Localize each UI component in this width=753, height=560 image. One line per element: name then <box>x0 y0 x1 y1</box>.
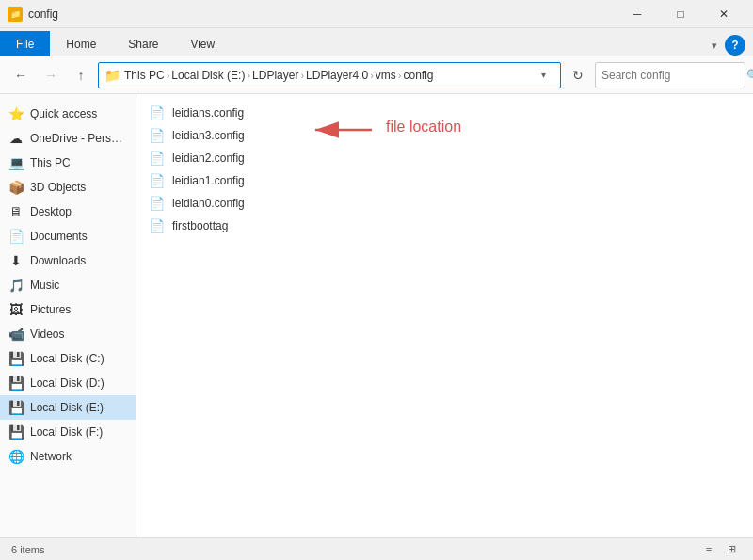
up-button[interactable]: ↑ <box>68 62 94 88</box>
file-item[interactable]: 📄leidians.config <box>136 102 753 124</box>
forward-button[interactable]: → <box>38 62 64 88</box>
downloads-label: Downloads <box>30 254 86 267</box>
local-d-label: Local Disk (D:) <box>30 376 104 390</box>
sidebar-item-videos[interactable]: 📹Videos <box>0 322 136 346</box>
tab-home[interactable]: Home <box>50 31 112 56</box>
downloads-icon: ⬇ <box>8 252 24 269</box>
sidebar-item-music[interactable]: 🎵Music <box>0 273 136 297</box>
minimize-button[interactable]: ─ <box>616 0 659 28</box>
file-item[interactable]: 📄leidian2.config <box>136 147 753 169</box>
videos-label: Videos <box>30 328 64 341</box>
sidebar-item-quick-access[interactable]: ⭐Quick access <box>0 102 136 126</box>
sidebar-item-local-d[interactable]: 💾Local Disk (D:) <box>0 371 136 395</box>
file-item[interactable]: 📄leidian0.config <box>136 192 753 215</box>
local-f-label: Local Disk (F:) <box>30 425 103 439</box>
items-count: 6 items <box>11 544 44 555</box>
sidebar-item-local-e[interactable]: 💾Local Disk (E:) <box>0 395 136 420</box>
pictures-label: Pictures <box>30 303 71 316</box>
documents-icon: 📄 <box>8 228 24 245</box>
this-pc-icon: 💻 <box>8 154 24 171</box>
sidebar-item-3d-objects[interactable]: 📦3D Objects <box>0 175 136 200</box>
crumb-local-e[interactable]: Local Disk (E:) <box>171 69 245 82</box>
sidebar-item-downloads[interactable]: ⬇Downloads <box>0 248 136 273</box>
file-icon: 📄 <box>148 150 165 167</box>
documents-label: Documents <box>30 230 88 243</box>
ribbon-tabs: File Home Share View ▾ ? <box>0 28 753 56</box>
tab-share[interactable]: Share <box>112 31 174 56</box>
onedrive-icon: ☁ <box>8 130 24 147</box>
file-icon: 📄 <box>148 217 165 234</box>
title-bar-left: 📁 config <box>8 7 58 22</box>
sidebar-item-local-c[interactable]: 💾Local Disk (C:) <box>0 346 136 371</box>
main-area: ⭐Quick access☁OneDrive - Personal💻This P… <box>0 94 753 537</box>
ribbon-right: ▾ ? <box>704 35 753 56</box>
sidebar-item-network[interactable]: 🌐Network <box>0 444 136 469</box>
address-folder-icon: 📁 <box>104 68 120 83</box>
desktop-label: Desktop <box>30 205 72 218</box>
file-area: 📄leidians.config📄leidian3.config📄leidian… <box>136 94 753 537</box>
file-icon: 📄 <box>148 172 165 189</box>
sidebar-item-local-f[interactable]: 💾Local Disk (F:) <box>0 420 136 444</box>
crumb-this-pc[interactable]: This PC <box>124 69 165 82</box>
file-item[interactable]: 📄leidian1.config <box>136 169 753 192</box>
toolbar-row: ← → ↑ 📁 This PC › Local Disk (E:) › LDPl… <box>0 56 753 94</box>
3d-objects-icon: 📦 <box>8 179 24 196</box>
videos-icon: 📹 <box>8 326 24 343</box>
sidebar-item-this-pc[interactable]: 💻This PC <box>0 151 136 175</box>
refresh-button[interactable]: ↻ <box>565 62 591 88</box>
help-button[interactable]: ? <box>725 35 745 56</box>
address-dropdown-button[interactable]: ▾ <box>532 64 554 87</box>
file-item[interactable]: 📄leidian3.config <box>136 124 753 147</box>
back-button[interactable]: ← <box>8 62 34 88</box>
sidebar-item-documents[interactable]: 📄Documents <box>0 224 136 248</box>
network-icon: 🌐 <box>8 448 24 465</box>
tiles-view-button[interactable]: ⊞ <box>721 540 742 559</box>
network-label: Network <box>30 450 72 463</box>
local-c-label: Local Disk (C:) <box>30 352 104 365</box>
file-name: leidian0.config <box>172 197 245 210</box>
crumb-ldplayer4[interactable]: LDPlayer4.0 <box>306 69 368 82</box>
file-item[interactable]: 📄firstboottag <box>136 215 753 237</box>
pictures-icon: 🖼 <box>8 301 24 318</box>
crumb-ldplayer[interactable]: LDPlayer <box>252 69 298 82</box>
address-bar[interactable]: 📁 This PC › Local Disk (E:) › LDPlayer ›… <box>98 62 561 88</box>
music-icon: 🎵 <box>8 277 24 294</box>
this-pc-label: This PC <box>30 156 71 169</box>
local-d-icon: 💾 <box>8 375 24 392</box>
tab-file[interactable]: File <box>0 31 50 56</box>
maximize-button[interactable]: □ <box>659 0 702 28</box>
ribbon-expand-icon[interactable]: ▾ <box>712 40 717 52</box>
crumb-vms[interactable]: vms <box>376 69 396 82</box>
file-icon: 📄 <box>148 127 165 144</box>
search-input[interactable] <box>601 69 743 82</box>
desktop-icon: 🖥 <box>8 203 24 220</box>
music-label: Music <box>30 279 59 292</box>
search-box[interactable]: 🔍 <box>595 62 745 88</box>
local-f-icon: 💾 <box>8 424 24 440</box>
tab-view[interactable]: View <box>174 31 231 56</box>
local-e-icon: 💾 <box>8 399 24 416</box>
file-icon: 📄 <box>148 104 165 121</box>
onedrive-label: OneDrive - Personal <box>30 132 128 145</box>
close-button[interactable]: ✕ <box>702 0 745 28</box>
status-bar: 6 items ≡ ⊞ <box>0 537 753 560</box>
file-name: leidian3.config <box>172 129 245 142</box>
sidebar-item-pictures[interactable]: 🖼Pictures <box>0 297 136 322</box>
file-name: leidian2.config <box>172 152 245 165</box>
3d-objects-label: 3D Objects <box>30 181 86 194</box>
address-path: This PC › Local Disk (E:) › LDPlayer › L… <box>124 69 528 82</box>
sidebar-item-desktop[interactable]: 🖥Desktop <box>0 200 136 224</box>
crumb-config[interactable]: config <box>403 69 433 82</box>
local-c-icon: 💾 <box>8 350 24 367</box>
file-name: firstboottag <box>172 219 228 232</box>
file-name: leidian1.config <box>172 174 245 187</box>
details-view-button[interactable]: ≡ <box>698 540 719 559</box>
quick-access-icon: ⭐ <box>8 105 24 122</box>
title-bar: 📁 config ─ □ ✕ <box>0 0 753 28</box>
view-buttons: ≡ ⊞ <box>698 540 742 559</box>
search-icon[interactable]: 🔍 <box>746 69 753 82</box>
sidebar: ⭐Quick access☁OneDrive - Personal💻This P… <box>0 94 136 537</box>
sidebar-item-onedrive[interactable]: ☁OneDrive - Personal <box>0 126 136 151</box>
local-e-label: Local Disk (E:) <box>30 401 104 414</box>
title-bar-controls: ─ □ ✕ <box>616 0 745 28</box>
